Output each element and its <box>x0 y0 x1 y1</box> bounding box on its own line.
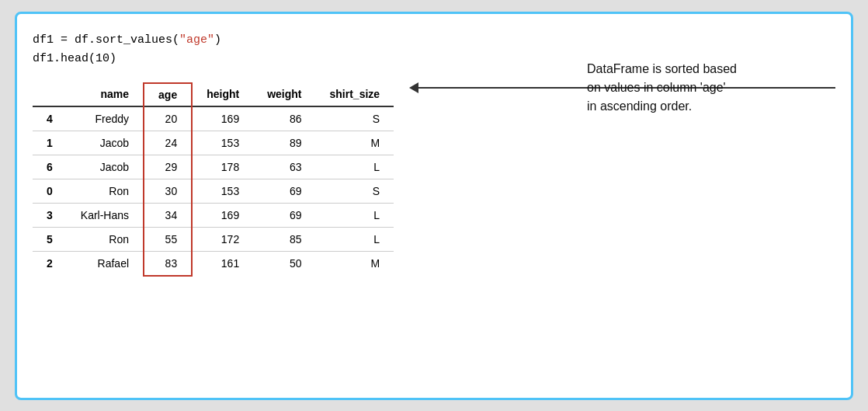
td-index: 4 <box>33 106 67 131</box>
table-row: 5Ron5517285L <box>33 227 394 251</box>
td-name: Freddy <box>67 106 144 131</box>
td-index: 6 <box>33 155 67 179</box>
td-name: Ron <box>67 227 144 251</box>
td-age: 34 <box>144 203 192 227</box>
td-weight: 89 <box>253 131 315 155</box>
td-height: 169 <box>192 203 253 227</box>
main-card: df1 = df.sort_values("age") df1.head(10)… <box>15 12 853 400</box>
td-shirt-size: S <box>316 106 394 131</box>
table-row: 0Ron3015369S <box>33 179 394 203</box>
code-arg: "age" <box>179 33 214 47</box>
td-weight: 85 <box>253 227 315 251</box>
td-index: 2 <box>33 251 67 276</box>
td-shirt-size: L <box>316 203 394 227</box>
td-age: 20 <box>144 106 192 131</box>
td-height: 161 <box>192 251 253 276</box>
td-weight: 50 <box>253 251 315 276</box>
td-age: 29 <box>144 155 192 179</box>
td-weight: 69 <box>253 179 315 203</box>
td-shirt-size: L <box>316 227 394 251</box>
td-shirt-size: L <box>316 155 394 179</box>
td-index: 0 <box>33 179 67 203</box>
table-header-row: name age height weight shirt_size <box>33 83 394 106</box>
td-shirt-size: M <box>316 131 394 155</box>
data-table: name age height weight shirt_size 4Fredd… <box>33 82 394 277</box>
td-age: 83 <box>144 251 192 276</box>
td-height: 169 <box>192 106 253 131</box>
th-index <box>33 83 67 106</box>
td-index: 1 <box>33 131 67 155</box>
th-height: height <box>192 83 253 106</box>
td-name: Jacob <box>67 155 144 179</box>
code-prefix: df1 = df.sort_values( <box>33 33 179 47</box>
td-age: 24 <box>144 131 192 155</box>
td-weight: 69 <box>253 203 315 227</box>
td-index: 5 <box>33 227 67 251</box>
td-weight: 63 <box>253 155 315 179</box>
td-weight: 86 <box>253 106 315 131</box>
content-area: name age height weight shirt_size 4Fredd… <box>33 82 835 277</box>
table-row: 1Jacob2415389M <box>33 131 394 155</box>
td-height: 153 <box>192 179 253 203</box>
annotation-area: DataFrame is sorted basedon values in co… <box>394 82 835 93</box>
td-height: 153 <box>192 131 253 155</box>
arrow-container: DataFrame is sorted basedon values in co… <box>409 82 835 93</box>
td-height: 178 <box>192 155 253 179</box>
table-row: 3Karl-Hans3416969L <box>33 203 394 227</box>
table-row: 4Freddy2016986S <box>33 106 394 131</box>
code-suffix: ) <box>214 33 221 47</box>
th-shirt-size: shirt_size <box>316 83 394 106</box>
td-shirt-size: M <box>316 251 394 276</box>
td-name: Rafael <box>67 251 144 276</box>
td-height: 172 <box>192 227 253 251</box>
td-name: Ron <box>67 179 144 203</box>
annotation-text: DataFrame is sorted basedon values in co… <box>587 60 835 116</box>
arrow-head-icon <box>409 82 418 93</box>
td-name: Karl-Hans <box>67 203 144 227</box>
th-age: age <box>144 83 192 106</box>
table-wrapper: name age height weight shirt_size 4Fredd… <box>33 82 394 277</box>
td-name: Jacob <box>67 131 144 155</box>
td-age: 55 <box>144 227 192 251</box>
th-weight: weight <box>253 83 315 106</box>
code-line-1: df1 = df.sort_values("age") <box>33 31 835 50</box>
th-name: name <box>67 83 144 106</box>
table-row: 6Jacob2917863L <box>33 155 394 179</box>
table-row: 2Rafael8316150M <box>33 251 394 276</box>
td-index: 3 <box>33 203 67 227</box>
td-age: 30 <box>144 179 192 203</box>
td-shirt-size: S <box>316 179 394 203</box>
